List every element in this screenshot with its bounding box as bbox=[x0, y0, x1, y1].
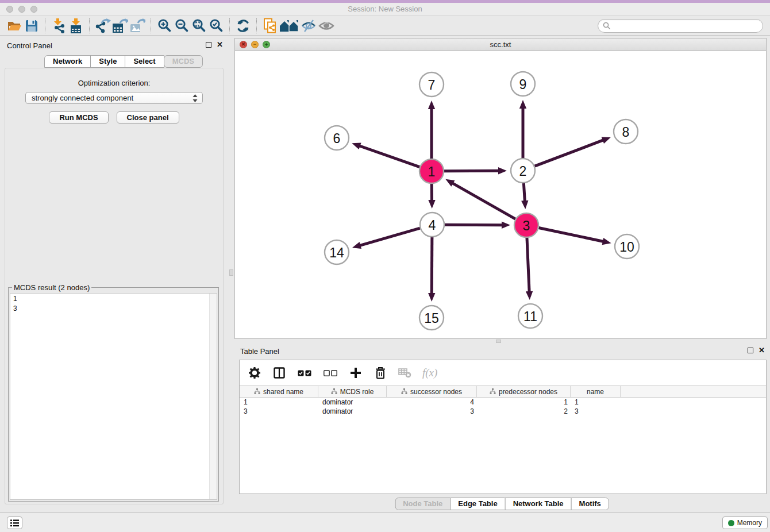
table-cell: 3 bbox=[387, 407, 477, 416]
hide-graphics-details-icon[interactable] bbox=[301, 18, 318, 34]
edge-4-3[interactable] bbox=[445, 225, 503, 225]
column-header-MCDS-role[interactable]: MCDS role bbox=[318, 386, 387, 397]
toolbar-separator bbox=[229, 18, 230, 33]
save-session-icon[interactable] bbox=[23, 18, 40, 34]
table-cell: dominator bbox=[318, 398, 387, 407]
table-body: 1dominator4113dominator323 bbox=[240, 398, 766, 416]
show-column-panel-icon[interactable] bbox=[272, 365, 287, 381]
column-header-label: successor nodes bbox=[410, 388, 462, 396]
memory-label: Memory bbox=[737, 519, 762, 527]
edge-2-8[interactable] bbox=[535, 140, 605, 166]
tab-node-table[interactable]: Node Table bbox=[395, 498, 451, 510]
table-row[interactable]: 1dominator411 bbox=[240, 398, 766, 407]
export-network-icon[interactable] bbox=[94, 18, 111, 34]
node-label: 10 bbox=[619, 240, 634, 255]
select-all-icon[interactable] bbox=[297, 365, 313, 381]
edge-3-10[interactable] bbox=[539, 228, 605, 242]
column-header-name[interactable]: name bbox=[571, 386, 621, 397]
column-header-successor-nodes[interactable]: successor nodes bbox=[387, 386, 477, 397]
table-panel: Table Panel ✕ bbox=[234, 344, 770, 512]
export-table-icon[interactable] bbox=[111, 18, 129, 34]
edge-arrow-icon bbox=[602, 238, 611, 245]
tab-network-table[interactable]: Network Table bbox=[505, 498, 572, 510]
column-tree-icon bbox=[254, 388, 260, 395]
network-canvas[interactable]: 7968124314101511 bbox=[235, 51, 766, 338]
column-header-shared-name[interactable]: shared name bbox=[240, 386, 318, 397]
float-panel-icon[interactable] bbox=[748, 348, 753, 353]
edge-4-15[interactable] bbox=[432, 237, 432, 295]
close-panel-icon[interactable]: ✕ bbox=[217, 42, 223, 48]
mcds-result-lines: 13 bbox=[13, 294, 214, 314]
toolbar-separator bbox=[151, 18, 151, 33]
delete-columns-icon[interactable] bbox=[373, 365, 388, 381]
tab-network[interactable]: Network bbox=[44, 55, 91, 68]
close-panel-button[interactable]: Close panel bbox=[117, 111, 179, 124]
run-mcds-button[interactable]: Run MCDS bbox=[49, 111, 108, 124]
edge-1-6[interactable] bbox=[359, 145, 420, 167]
import-table-icon[interactable] bbox=[67, 18, 84, 34]
table-cell: 2 bbox=[477, 407, 571, 416]
application-window: Session: New Session bbox=[0, 0, 770, 532]
optimization-criterion-select[interactable]: strongly connected component bbox=[25, 92, 203, 104]
network-window-titlebar[interactable]: ✕ − ＋ scc.txt bbox=[235, 38, 766, 51]
tab-mcds[interactable]: MCDS bbox=[164, 55, 203, 68]
table-toolbar: f(x) bbox=[240, 360, 766, 385]
table-cell: 1 bbox=[477, 398, 571, 407]
table-cell: 4 bbox=[387, 398, 477, 407]
export-image-icon[interactable] bbox=[129, 18, 146, 34]
birds-eye-view-icon[interactable] bbox=[318, 18, 335, 34]
control-panel: Control Panel ✕ Network Style Select MCD… bbox=[0, 38, 228, 506]
memory-button[interactable]: Memory bbox=[722, 516, 768, 529]
delete-table-icon[interactable] bbox=[398, 365, 413, 381]
horizontal-split-divider[interactable] bbox=[234, 339, 770, 344]
tab-style[interactable]: Style bbox=[90, 55, 125, 68]
zoom-fit-icon[interactable] bbox=[190, 18, 207, 34]
table-cell: 3 bbox=[571, 407, 621, 416]
memory-status-icon bbox=[728, 520, 734, 526]
toolbar-separator bbox=[256, 18, 257, 33]
control-panel-tabs: Network Style Select MCDS bbox=[44, 55, 203, 68]
tab-motifs[interactable]: Motifs bbox=[571, 498, 609, 510]
tab-edge-table[interactable]: Edge Table bbox=[450, 498, 505, 510]
add-column-icon[interactable] bbox=[348, 365, 363, 381]
float-panel-icon[interactable] bbox=[206, 42, 211, 48]
refresh-icon[interactable] bbox=[234, 18, 252, 34]
zoom-out-icon[interactable] bbox=[173, 18, 190, 34]
divider-handle[interactable] bbox=[496, 340, 501, 343]
status-bar: Memory bbox=[0, 512, 770, 532]
column-header-predecessor-nodes[interactable]: predecessor nodes bbox=[477, 386, 571, 397]
settings-gear-icon[interactable] bbox=[247, 365, 262, 381]
column-tree-icon bbox=[401, 388, 407, 395]
optimization-criterion-label: Optimization criterion: bbox=[5, 79, 223, 87]
edge-1-2[interactable] bbox=[444, 171, 500, 171]
edge-3-11[interactable] bbox=[527, 238, 529, 293]
close-panel-icon[interactable]: ✕ bbox=[759, 348, 765, 353]
column-header-label: name bbox=[587, 388, 604, 396]
clone-network-icon[interactable] bbox=[261, 18, 279, 34]
edge-2-3[interactable] bbox=[523, 183, 525, 202]
edge-3-1[interactable] bbox=[452, 183, 515, 219]
mcds-tab-content: Optimization criterion: strongly connect… bbox=[5, 68, 224, 504]
zoom-in-icon[interactable] bbox=[156, 18, 173, 34]
task-history-button[interactable] bbox=[7, 516, 22, 529]
search-icon bbox=[603, 22, 611, 30]
deselect-all-icon[interactable] bbox=[322, 365, 338, 381]
node-label: 6 bbox=[333, 131, 341, 146]
result-scrollbar[interactable] bbox=[209, 294, 217, 499]
search-input[interactable] bbox=[598, 19, 763, 33]
node-label: 1 bbox=[428, 164, 436, 179]
table-row[interactable]: 3dominator323 bbox=[240, 407, 766, 416]
edge-arrow-icon bbox=[428, 101, 435, 109]
first-neighbors-houses-icon[interactable] bbox=[279, 18, 301, 34]
table-panel-header: Table Panel ✕ bbox=[234, 344, 770, 358]
open-session-icon[interactable] bbox=[6, 18, 23, 34]
divider-handle[interactable] bbox=[229, 269, 233, 276]
zoom-selected-icon[interactable] bbox=[207, 18, 225, 34]
node-label: 4 bbox=[429, 218, 436, 233]
tab-select[interactable]: Select bbox=[125, 55, 164, 68]
import-network-icon[interactable] bbox=[50, 18, 67, 34]
function-builder-icon[interactable]: f(x) bbox=[422, 367, 437, 379]
mcds-result-textarea[interactable]: 13 bbox=[10, 293, 217, 500]
mcds-result-group: MCDS result (2 nodes) 13 bbox=[8, 283, 219, 502]
edge-4-14[interactable] bbox=[359, 228, 419, 246]
